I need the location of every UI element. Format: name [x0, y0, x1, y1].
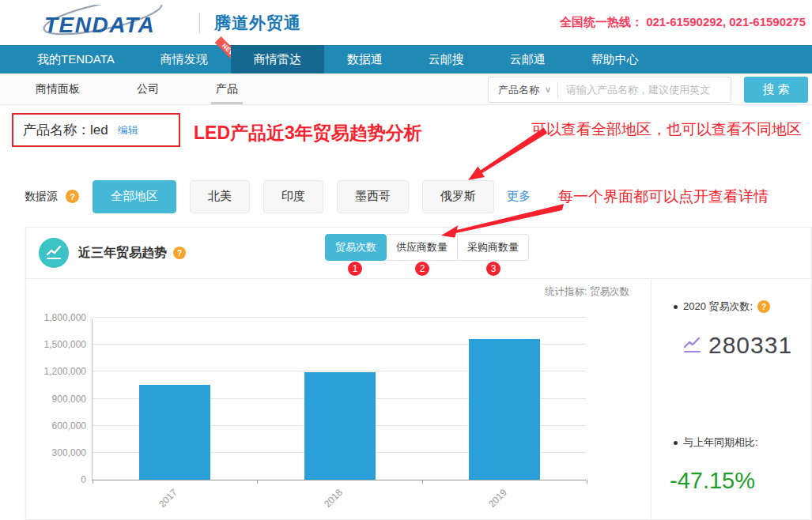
y-axis-label: 300,000 [28, 447, 86, 458]
bar-2018[interactable] [304, 372, 376, 480]
annotation-marker-3: 3 [486, 262, 500, 276]
data-source-label: 数据源 [25, 190, 58, 204]
subnav-item-company[interactable]: 公司 [137, 73, 159, 104]
nav-item-data-channel[interactable]: 数据通 [324, 45, 406, 73]
purple-trend-icon [683, 337, 702, 354]
y-axis-label: 900,000 [28, 394, 86, 405]
stat-2020-label: 2020 贸易次数: ? [674, 300, 770, 314]
x-axis-label: 2017 [138, 487, 179, 520]
product-name-label: 产品名称： [23, 121, 90, 139]
active-tab-indicator [211, 102, 243, 104]
nav-item-business-radar[interactable]: 商情雷达 [231, 45, 324, 73]
tab-supplier-count[interactable]: 供应商数量 [387, 234, 458, 261]
trend-chart-card: 近三年贸易趋势 ? 贸易次数 供应商数量 采购商数量 1 2 3 统计指标: 贸… [25, 227, 812, 520]
search-box: 产品名称 ∨ [488, 77, 731, 103]
annotation-marker-2: 2 [415, 262, 429, 276]
nav-item-label: 云邮通 [510, 52, 546, 67]
metric-tabs: 贸易次数 供应商数量 采购商数量 [325, 234, 529, 261]
product-name-value: led [90, 122, 108, 138]
subnav-item-product[interactable]: 产品 [216, 73, 238, 104]
nav-item-cloud-mail-search[interactable]: 云邮搜 [406, 45, 487, 73]
search-category-select[interactable]: 产品名称 ∨ [489, 83, 557, 97]
more-regions-link[interactable]: 更多 [507, 189, 531, 204]
hotline-text: 全国统一热线： 021-61590292, 021-61590275 [560, 15, 806, 30]
tab-buyer-count[interactable]: 采购商数量 [458, 234, 529, 261]
line-chart-icon [39, 238, 69, 268]
help-icon[interactable]: ? [173, 247, 186, 259]
region-button-india[interactable]: 印度 [263, 180, 323, 213]
region-button-mexico[interactable]: 墨西哥 [337, 180, 409, 213]
tendata-logo-icon: TENDATA [22, 5, 195, 41]
nav-item-label: 商情雷达 [254, 52, 301, 67]
y-axis-label: 1,500,000 [28, 339, 86, 350]
bullet-dot [674, 305, 678, 309]
bullet-dot [674, 441, 678, 445]
compare-value: -47.15% [670, 468, 755, 494]
y-axis-label: 0 [28, 474, 86, 485]
x-axis-tick [257, 480, 258, 484]
bar-2019[interactable] [469, 339, 540, 480]
logo-text: TENDATA [44, 13, 155, 37]
stat-2020-value: 280331 [708, 332, 792, 359]
help-icon[interactable]: ? [66, 190, 79, 203]
help-icon[interactable]: ? [757, 300, 770, 313]
product-name-box: 产品名称： led 编辑 [12, 113, 180, 147]
annotation-regions-note: 可以查看全部地区，也可以查看不同地区 [531, 119, 802, 140]
chart-card-body: 统计指标: 贸易次数 0300,000600,000900,0001,200,0… [26, 280, 811, 520]
nav-item-my-tendata[interactable]: 我的TENDATA [14, 45, 138, 73]
subnav-item-label: 公司 [137, 82, 159, 96]
region-button-north-america[interactable]: 北美 [190, 180, 250, 213]
bar-2017[interactable] [139, 385, 210, 480]
nav-item-label: 云邮搜 [429, 52, 464, 67]
y-axis-label: 600,000 [28, 420, 86, 431]
subnav-item-label: 商情面板 [36, 82, 80, 96]
stat-2020-label-text: 2020 贸易次数: [683, 300, 753, 314]
statistics-indicator-label: 统计指标: 贸易次数 [545, 285, 629, 299]
nav-item-label: 数据通 [347, 52, 383, 67]
region-button-all[interactable]: 全部地区 [93, 180, 176, 213]
sub-nav: 商情面板 公司 产品 产品名称 ∨ 搜 索 [0, 73, 812, 105]
chevron-down-icon: ∨ [545, 85, 551, 95]
main-nav: 我的TENDATA 商情发现 NEW 商情雷达 数据通 云邮搜 云邮通 帮助中心 [0, 45, 812, 73]
annotation-detail-note: 每一个界面都可以点开查看详情 [558, 187, 769, 207]
app-window: TENDATA 腾道外贸通 全国统一热线： 021-61590292, 021-… [0, 0, 812, 520]
region-filter-row: 数据源 ? 全部地区 北美 印度 墨西哥 俄罗斯 更多 [25, 179, 531, 213]
compare-label-text: 与上年同期相比: [683, 435, 758, 450]
x-axis-tick [93, 480, 93, 484]
search-button[interactable]: 搜 索 [744, 77, 808, 103]
brand-name: 腾道外贸通 [214, 12, 301, 34]
search-input[interactable] [558, 78, 731, 101]
brand-divider [199, 13, 200, 33]
nav-item-label: 我的TENDATA [37, 52, 115, 67]
chart-area: 统计指标: 贸易次数 0300,000600,000900,0001,200,0… [26, 280, 651, 520]
x-axis-label: 2018 [303, 487, 344, 520]
y-axis-label: 1,800,000 [28, 312, 86, 323]
nav-item-cloud-mail[interactable]: 云邮通 [487, 45, 568, 73]
nav-item-business-discovery[interactable]: 商情发现 NEW [138, 45, 231, 73]
annotation-headline: LED产品近3年贸易趋势分析 [194, 121, 422, 145]
search-category-label: 产品名称 [498, 83, 539, 97]
chart-plot: 0300,000600,000900,0001,200,0001,500,000… [92, 318, 586, 480]
y-axis-label: 1,200,000 [28, 366, 86, 377]
search-group: 产品名称 ∨ 搜 索 [488, 77, 808, 103]
region-button-russia[interactable]: 俄罗斯 [422, 180, 494, 213]
x-axis-label: 2019 [467, 487, 508, 520]
stat-2020-value-row: 280331 [683, 332, 792, 359]
nav-item-label: 商情发现 [161, 52, 208, 67]
chart-card-header: 近三年贸易趋势 ? 贸易次数 供应商数量 采购商数量 1 2 3 [26, 228, 811, 279]
top-header: TENDATA 腾道外贸通 全国统一热线： 021-61590292, 021-… [0, 0, 812, 45]
content-area: 产品名称： led 编辑 LED产品近3年贸易趋势分析 可以查看全部地区，也可以… [0, 105, 812, 520]
x-axis-tick [587, 480, 587, 484]
nav-item-help-center[interactable]: 帮助中心 [568, 45, 662, 73]
summary-side-panel: 2020 贸易次数: ? 280331 与上年同期相比: - [651, 280, 811, 520]
subnav-item-dashboard[interactable]: 商情面板 [36, 73, 80, 104]
subnav-item-label: 产品 [216, 82, 238, 96]
x-axis-tick [422, 480, 423, 484]
edit-link[interactable]: 编辑 [118, 123, 138, 138]
tab-trade-count[interactable]: 贸易次数 [325, 234, 387, 261]
compare-label: 与上年同期相比: [674, 435, 758, 450]
chart-card-title: 近三年贸易趋势 [78, 245, 167, 262]
gridline [93, 317, 586, 318]
annotation-marker-1: 1 [348, 262, 362, 276]
nav-item-label: 帮助中心 [591, 52, 639, 67]
